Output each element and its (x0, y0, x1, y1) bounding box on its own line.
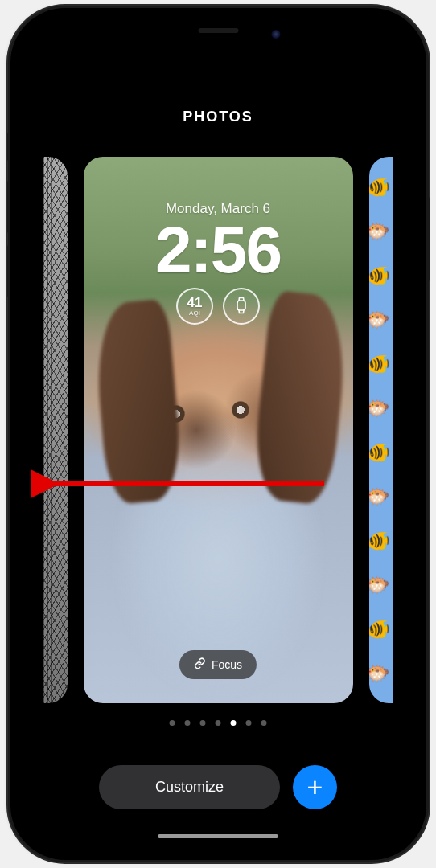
power-button (426, 197, 430, 281)
page-dot (231, 720, 237, 726)
fish-emoji: 🐠 (369, 178, 390, 197)
fish-emoji: 🐠 (369, 620, 390, 639)
lockscreen-overlay: Monday, March 6 2:56 41 AQI (84, 157, 353, 325)
watch-widget[interactable] (223, 288, 260, 325)
aqi-widget[interactable]: 41 AQI (176, 288, 213, 325)
svg-rect-0 (237, 301, 245, 310)
customize-button[interactable]: Customize (99, 765, 280, 809)
page-dot (216, 720, 221, 726)
wallpaper-preview-prev[interactable] (43, 157, 68, 703)
fish-emoji: 🐡 (369, 310, 390, 330)
link-icon (194, 657, 206, 672)
fish-emoji: 🐡 (369, 399, 390, 418)
wallpaper-preview-current[interactable]: Monday, March 6 2:56 41 AQI (84, 157, 353, 703)
aqi-value: 41 (187, 296, 203, 309)
page-dot (185, 720, 191, 726)
photo-content (91, 298, 184, 505)
fish-emoji: 🐡 (369, 487, 390, 506)
page-dot (246, 720, 252, 726)
add-wallpaper-button[interactable]: + (293, 765, 337, 809)
fish-emoji: 🐠 (369, 443, 390, 462)
wallpaper-category-title: PHOTOS (23, 108, 414, 125)
lockscreen-time: 2:56 (155, 219, 281, 281)
page-indicator (170, 720, 267, 726)
speaker-grille (198, 28, 238, 33)
fish-emoji: 🐠 (369, 531, 390, 551)
mute-switch (7, 133, 10, 161)
wallpaper-carousel[interactable]: Monday, March 6 2:56 41 AQI (23, 149, 414, 711)
bottom-controls: Customize + (99, 765, 337, 809)
fish-emoji: 🐠 (369, 354, 390, 374)
phone-frame: PHOTOS Monday, March 6 2:56 41 AQI (10, 8, 426, 860)
volume-down-button (7, 245, 10, 297)
home-indicator[interactable] (158, 834, 278, 838)
focus-button[interactable]: Focus (179, 650, 257, 679)
page-dot (170, 720, 175, 726)
notch (140, 20, 297, 47)
watch-icon (235, 297, 248, 316)
plus-icon: + (307, 772, 323, 803)
wallpaper-preview-next[interactable]: 🐠🐡🐠🐡🐠🐡🐠🐡🐠🐡🐠🐡 (369, 157, 393, 703)
focus-label: Focus (212, 658, 242, 671)
screen: PHOTOS Monday, March 6 2:56 41 AQI (23, 20, 414, 848)
fish-emoji: 🐡 (369, 575, 390, 595)
fish-emoji: 🐡 (369, 222, 390, 241)
aqi-label: AQI (189, 309, 200, 317)
page-dot (200, 720, 206, 726)
fish-emoji: 🐡 (369, 664, 390, 683)
fish-emoji: 🐠 (369, 266, 390, 285)
lockscreen-date: Monday, March 6 (166, 201, 270, 217)
lockscreen-widgets: 41 AQI (176, 288, 260, 325)
front-camera (272, 30, 281, 39)
volume-up-button (7, 181, 10, 233)
page-dot (261, 720, 267, 726)
